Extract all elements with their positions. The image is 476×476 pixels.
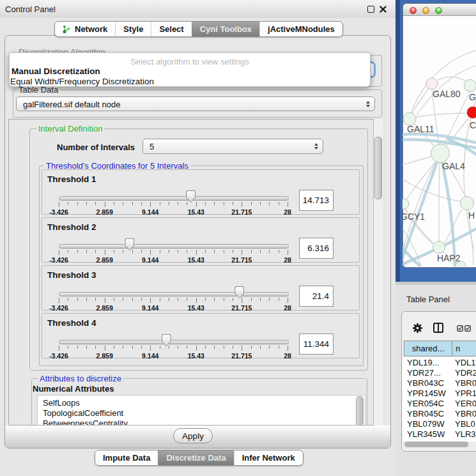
threshold-value-field[interactable]: 14.713 xyxy=(299,190,334,211)
tab-network[interactable]: Network xyxy=(55,22,115,36)
network-node[interactable] xyxy=(426,78,438,89)
table-row[interactable]: YDR27...YDR2 xyxy=(403,367,476,378)
threshold-value-field[interactable]: 21.4 xyxy=(299,286,334,307)
slider-tick-label: 28 xyxy=(272,208,303,216)
slider-tick xyxy=(288,346,288,351)
threshold-panel: Threshold 3-3.4262.8599.14415.4321.71528… xyxy=(42,265,360,311)
slider-tick xyxy=(251,346,252,349)
slider-thumb[interactable] xyxy=(125,238,134,250)
network-node-label: HAP2 xyxy=(437,253,461,263)
close-icon[interactable] xyxy=(380,6,387,13)
table-cell-name: YDR2 xyxy=(455,368,476,378)
columns-icon[interactable] xyxy=(433,323,443,333)
slider-tick xyxy=(196,250,197,255)
slider-tick-label: -3.426 xyxy=(43,352,74,360)
attributes-group-label: Attributes to discretize xyxy=(38,374,123,383)
slider-tick xyxy=(196,298,197,303)
slider-tick xyxy=(279,250,279,253)
network-node-label: GAL11 xyxy=(407,124,434,134)
zoom-traffic-light[interactable] xyxy=(435,7,442,14)
network-node[interactable] xyxy=(461,197,474,210)
slider-tick xyxy=(279,202,279,205)
network-node[interactable] xyxy=(433,242,445,254)
float-window-icon[interactable] xyxy=(367,6,374,13)
table-hscrollbar-thumb[interactable] xyxy=(404,441,468,447)
bottom-tab-discretize-data[interactable]: Discretize Data xyxy=(158,450,233,465)
network-node[interactable] xyxy=(464,80,476,92)
slider-tick xyxy=(114,346,114,349)
checkbox-icon[interactable] xyxy=(464,325,471,332)
tab-label: jActiveMNodules xyxy=(268,24,335,34)
slider-track[interactable] xyxy=(59,196,289,201)
slider-tick xyxy=(123,298,123,301)
settings-scrollbar-thumb[interactable] xyxy=(374,137,382,199)
control-panel-title: Control Panel xyxy=(5,4,56,14)
slider-thumb[interactable] xyxy=(234,286,244,298)
slider-thumb[interactable] xyxy=(186,190,196,203)
bottom-tab-infer-network[interactable]: Infer Network xyxy=(234,450,303,465)
slider-tick xyxy=(178,202,178,205)
network-canvas[interactable]: GAL80GACGAL11GAL4HGCY1HAP2 xyxy=(403,15,476,266)
network-node[interactable] xyxy=(467,107,476,119)
attributes-list-scrollbar[interactable] xyxy=(356,396,364,426)
table-cell-name: YDL1 xyxy=(455,358,476,367)
attribute-list-item[interactable]: SelfLoops xyxy=(38,398,365,408)
table-row[interactable]: YER054CYER0 xyxy=(403,398,476,408)
minimize-traffic-light[interactable] xyxy=(422,7,429,14)
network-node[interactable] xyxy=(403,112,416,125)
slider-tick-label: 2.859 xyxy=(89,304,120,312)
slider-track[interactable] xyxy=(59,340,289,344)
network-node[interactable] xyxy=(431,144,450,163)
tab-style[interactable]: Style xyxy=(115,22,151,36)
threshold-value-field[interactable]: 11.344 xyxy=(299,334,334,355)
table-cell-name: YBR0 xyxy=(455,378,476,388)
table-cell-name: YLR3 xyxy=(455,429,476,439)
slider-tick xyxy=(269,346,270,349)
popup-option-equal-width[interactable]: Equal Width/Frequency Discretization xyxy=(10,77,154,86)
network-node[interactable] xyxy=(403,199,409,209)
slider-tick xyxy=(233,298,233,301)
gear-icon[interactable] xyxy=(412,323,423,334)
table-data-combo[interactable]: galFiltered.sif default node xyxy=(16,96,375,111)
attribute-list-item[interactable]: BetweennessCentrality xyxy=(38,418,365,426)
table-cell-shared-name: YBR043C xyxy=(407,378,444,388)
table-cell-name: YBR0 xyxy=(455,409,476,418)
slider-tick xyxy=(260,298,261,301)
slider-tick xyxy=(141,346,142,349)
threshold-value-field[interactable]: 6.316 xyxy=(299,238,334,259)
tab-select[interactable]: Select xyxy=(151,22,191,36)
popup-option-manual[interactable]: Manual Discretization xyxy=(12,66,100,76)
slider-tick xyxy=(224,346,224,349)
slider-tick xyxy=(114,298,114,301)
tab-jactivemnodules[interactable]: jActiveMNodules xyxy=(259,22,342,36)
tab-label: Network xyxy=(75,24,107,34)
table-row[interactable]: YLR345WYLR3 xyxy=(403,429,476,439)
slider-tick xyxy=(105,346,105,351)
table-row[interactable]: YDL19...YDL1 xyxy=(403,357,476,367)
slider-tick-label: -3.426 xyxy=(43,256,74,264)
slider-tick-label: 15.43 xyxy=(181,304,211,312)
threshold-panel: Threshold 1-3.4262.8599.14415.4321.71528… xyxy=(42,169,360,215)
slider-tick xyxy=(279,346,279,349)
slider-track[interactable] xyxy=(59,292,289,296)
table-row[interactable]: YBR045CYBR0 xyxy=(403,408,476,418)
slider-tick-label: 9.144 xyxy=(135,352,165,360)
tab-cyni-toolbox[interactable]: Cyni Toolbox xyxy=(192,22,259,36)
table-cell-shared-name: YER054C xyxy=(407,399,444,408)
bottom-tab-impute-data[interactable]: Impute Data xyxy=(95,450,158,465)
table-row[interactable]: YPR145WYPR1 xyxy=(403,388,476,398)
attribute-list-item[interactable]: TopologicalCoefficient xyxy=(38,408,365,418)
close-traffic-light[interactable] xyxy=(410,7,417,14)
checkbox-icon[interactable] xyxy=(457,325,463,332)
table-row[interactable]: YBL079WYBL0 xyxy=(403,418,476,429)
table-header-shared-name[interactable]: shared... xyxy=(404,341,452,357)
network-edge xyxy=(403,125,404,131)
slider-tick xyxy=(95,346,96,349)
slider-track[interactable] xyxy=(59,244,289,249)
slider-thumb[interactable] xyxy=(162,334,171,346)
apply-button[interactable]: Apply xyxy=(173,428,213,443)
table-row[interactable]: YBR043CYBR0 xyxy=(403,378,476,388)
table-header-name[interactable]: n xyxy=(452,341,476,357)
slider-tick xyxy=(269,250,270,253)
num-intervals-combo[interactable]: 5 xyxy=(142,139,323,154)
